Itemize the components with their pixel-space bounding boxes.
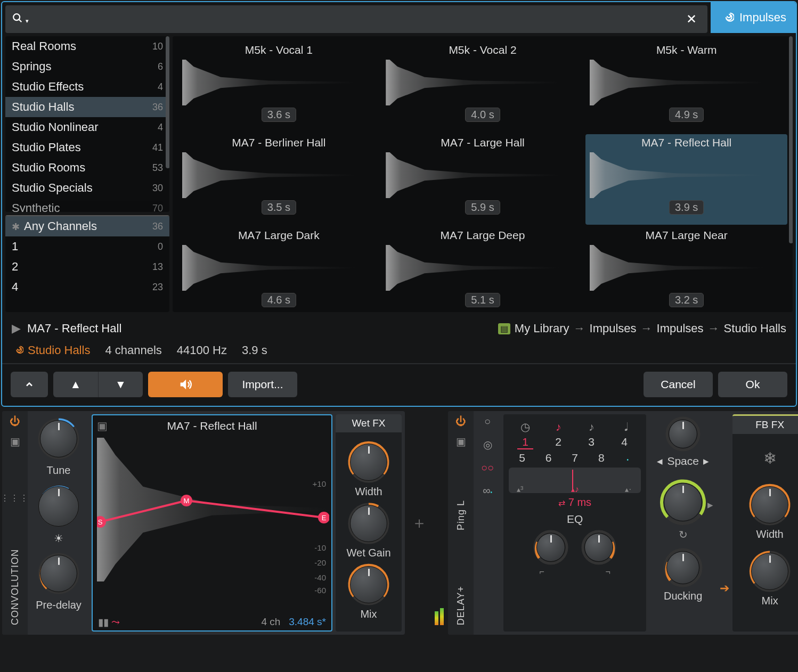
lowshelf-icon: ⌐ xyxy=(540,567,544,577)
impulse-tile[interactable]: M5k - Vocal 13.6 s xyxy=(178,42,380,132)
clear-search-icon[interactable]: ✕ xyxy=(675,12,707,27)
ok-button[interactable]: Ok xyxy=(718,372,787,397)
width-knob[interactable] xyxy=(346,440,391,485)
scrollbar[interactable] xyxy=(789,36,793,243)
svg-line-5 xyxy=(100,501,186,522)
eq-section: EQ ⌐¬ xyxy=(509,513,641,577)
wetgain-knob[interactable] xyxy=(346,501,391,546)
mix-knob[interactable] xyxy=(346,562,391,607)
note-8-icon: ♪ xyxy=(583,421,599,433)
duration-readout: 3.484 s* xyxy=(289,616,326,627)
envelope-overlay[interactable]: S M E xyxy=(97,437,329,580)
device-name: DELAY+ xyxy=(455,586,467,625)
mono-icon[interactable]: ○ xyxy=(484,415,491,428)
stereo-icon[interactable]: ◎ xyxy=(483,438,492,451)
freeze-icon[interactable]: ❄ xyxy=(763,449,777,468)
feedback-knob[interactable]: ▸ xyxy=(658,477,708,527)
note-4-icon: 𝅘𝅥 xyxy=(616,421,632,433)
beat-row-1[interactable]: 1234 xyxy=(509,436,641,449)
channel-item[interactable]: 213 xyxy=(5,257,169,277)
action-bar: ▲ ▼ Import... Cancel Ok xyxy=(2,363,796,406)
category-list: Real Rooms10 Springs6 Studio Effects4 St… xyxy=(5,36,169,212)
category-item[interactable]: Synthetic70 xyxy=(5,198,169,212)
power-icon[interactable]: ⏻ xyxy=(455,415,466,428)
import-button[interactable]: Import... xyxy=(228,372,297,397)
category-item[interactable]: Studio Specials30 xyxy=(5,178,169,198)
channel-item[interactable]: 423 xyxy=(5,277,169,297)
cancel-button[interactable]: Cancel xyxy=(644,372,713,397)
ducking-knob[interactable] xyxy=(662,546,704,589)
space-knob[interactable] xyxy=(664,415,702,453)
play-icon[interactable]: ▶ xyxy=(12,322,21,335)
asterisk-icon: ✱ xyxy=(12,222,20,232)
waveform-preview xyxy=(590,245,784,291)
prev-button[interactable]: ▲ xyxy=(53,372,98,397)
impulse-tile[interactable]: MA7 - Large Hall5.9 s xyxy=(382,134,584,225)
space-selector[interactable]: ◂Space▸ xyxy=(657,455,709,468)
impulse-tile[interactable]: M5k - Vocal 24.0 s xyxy=(382,42,584,132)
breadcrumb-segment[interactable]: Impulses xyxy=(590,322,637,335)
impulse-tile[interactable]: M5k - Warm4.9 s xyxy=(585,42,787,132)
device-chain: ⏻ ▣ ⋮⋮⋮ CONVOLUTION Tune ☀ Pre-delay ▣ M… xyxy=(0,408,798,638)
breadcrumb-segment[interactable]: Studio Halls xyxy=(724,322,786,335)
folder-icon[interactable]: ▣ xyxy=(97,420,108,432)
search-input[interactable] xyxy=(5,12,675,27)
category-item[interactable]: Real Rooms10 xyxy=(5,36,169,56)
eq-low-knob[interactable] xyxy=(532,529,569,566)
impulse-display[interactable]: ▣ MA7 - Reflect Hall S M E +10 -10 -20 -… xyxy=(92,414,332,632)
sun-icon: ☀ xyxy=(54,532,63,545)
brightness-knob[interactable] xyxy=(36,484,81,529)
svg-text:M: M xyxy=(184,497,190,505)
offset-slider[interactable]: ▴³ ▴♪ ▴· xyxy=(509,468,641,493)
add-device-icon[interactable]: ＋ xyxy=(408,512,430,534)
impulse-tile[interactable]: MA7 Large Near3.2 s xyxy=(585,227,787,312)
selected-name: MA7 - Reflect Hall xyxy=(27,322,121,335)
channel-item[interactable]: 10 xyxy=(5,236,169,257)
category-item[interactable]: Studio Nonlinear4 xyxy=(5,117,169,137)
preview-button[interactable] xyxy=(148,372,223,397)
mix-knob[interactable] xyxy=(747,549,792,594)
top-row: ▾ ✕ Impulses xyxy=(2,2,796,36)
category-item[interactable]: Studio Plates41 xyxy=(5,137,169,158)
repeat-icon[interactable]: ↻ xyxy=(679,528,688,541)
next-button[interactable]: ▼ xyxy=(98,372,143,397)
waveform-preview xyxy=(386,60,580,105)
sidebar: Real Rooms10 Springs6 Studio Effects4 St… xyxy=(2,36,173,315)
route-arrow-icon: ➔ xyxy=(718,581,731,635)
scrollbar[interactable] xyxy=(166,36,169,168)
tune-knob[interactable] xyxy=(36,416,81,461)
category-item[interactable]: Studio Effects4 xyxy=(5,77,169,97)
collapse-button[interactable] xyxy=(11,372,48,397)
power-icon[interactable]: ⏻ xyxy=(10,415,20,428)
category-item[interactable]: Springs6 xyxy=(5,56,169,77)
channel-item[interactable]: ✱Any Channels36 xyxy=(5,216,169,236)
width-knob[interactable] xyxy=(747,482,792,527)
wide-icon[interactable]: ○○ xyxy=(481,462,494,474)
delay-device: ⏻ ▣ Ping L DELAY+ ○ ◎ ○○ ∞• ◷♪♪𝅘𝅥 1234 5… xyxy=(448,411,798,635)
svg-line-6 xyxy=(186,501,324,518)
beat-row-2[interactable]: 5678• xyxy=(509,452,641,464)
impulse-tile[interactable]: MA7 Large Deep5.1 s xyxy=(382,227,584,312)
predelay-knob[interactable] xyxy=(36,551,81,596)
library-icon: ▤ xyxy=(498,323,510,334)
link-icon[interactable]: ∞• xyxy=(483,485,492,497)
note-icons[interactable]: ◷♪♪𝅘𝅥 xyxy=(509,421,641,433)
folder-icon[interactable]: ▣ xyxy=(456,435,466,448)
folder-icon[interactable]: ▣ xyxy=(10,435,20,448)
breadcrumb-segment[interactable]: My Library xyxy=(515,322,569,335)
svg-line-1 xyxy=(19,19,22,22)
device-header: ⏻ ▣ ⋮⋮⋮ CONVOLUTION xyxy=(2,411,28,635)
impulse-tile[interactable]: MA7 - Reflect Hall3.9 s xyxy=(585,134,787,225)
handle-icon[interactable]: ⋮⋮⋮ xyxy=(1,493,29,503)
search-bar: ▾ ✕ xyxy=(5,5,707,33)
impulse-tile[interactable]: MA7 - Berliner Hall3.5 s xyxy=(178,134,380,225)
wet-fx-panel: Wet FX Width Wet Gain Mix xyxy=(336,414,402,632)
breadcrumb-segment[interactable]: Impulses xyxy=(657,322,704,335)
eq-high-knob[interactable] xyxy=(580,529,617,566)
category-item[interactable]: Studio Halls36 xyxy=(5,97,169,117)
tab-impulses[interactable]: Impulses xyxy=(711,2,796,33)
spiral-icon xyxy=(720,9,734,26)
category-item[interactable]: Studio Rooms53 xyxy=(5,158,169,178)
loop-icons[interactable]: ▮▮ ⤳ xyxy=(98,616,120,628)
impulse-tile[interactable]: MA7 Large Dark4.6 s xyxy=(178,227,380,312)
